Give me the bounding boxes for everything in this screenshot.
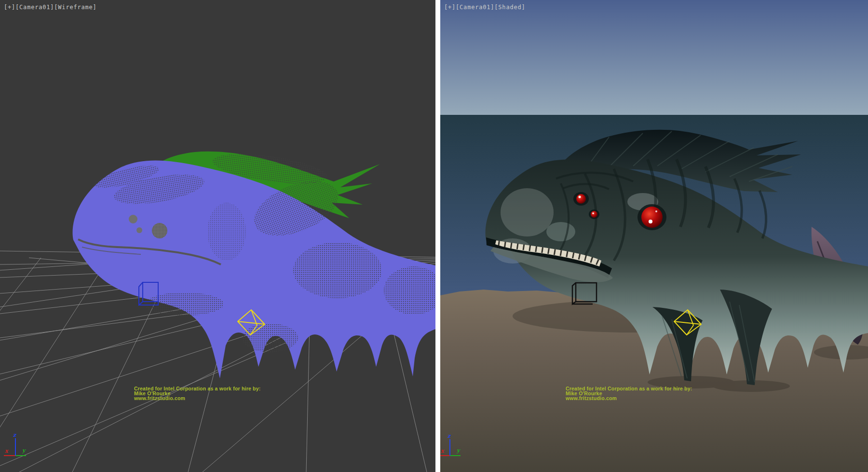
viewport-wireframe[interactable]: x y z [+][Camera01][Wireframe] Created f…	[0, 0, 435, 472]
axis-y-label: y	[22, 447, 27, 454]
viewport-split-container: x y z [+][Camera01][Wireframe] Created f…	[0, 0, 868, 472]
eye-small-1	[576, 194, 586, 204]
axis-z-label: z	[13, 432, 17, 438]
eye-small-2	[591, 211, 597, 218]
axis-x-label: x	[5, 448, 9, 454]
eye-large	[641, 207, 663, 228]
viewport-label-wireframe[interactable]: [+][Camera01][Wireframe]	[4, 4, 97, 11]
fish-model-wireframe[interactable]	[73, 149, 435, 378]
wireframe-scene-canvas[interactable]: x y z	[0, 0, 435, 472]
shaded-scene-canvas[interactable]: x y z	[440, 0, 868, 472]
world-axis-gizmo: x y z	[4, 432, 27, 456]
scene-credit-text: Created for Intel Corporation as a work …	[566, 386, 692, 401]
sky-backdrop	[440, 0, 868, 115]
viewport-divider[interactable]	[435, 0, 440, 472]
credit-line-3: www.fritzstudio.com	[566, 396, 692, 401]
scene-credit-text: Created for Intel Corporation as a work …	[134, 386, 260, 401]
credit-line-3: www.fritzstudio.com	[134, 396, 260, 401]
viewport-shaded[interactable]: x y z [+][Camera01][Shaded] Created for …	[440, 0, 868, 472]
viewport-label-shaded[interactable]: [+][Camera01][Shaded]	[444, 4, 526, 11]
